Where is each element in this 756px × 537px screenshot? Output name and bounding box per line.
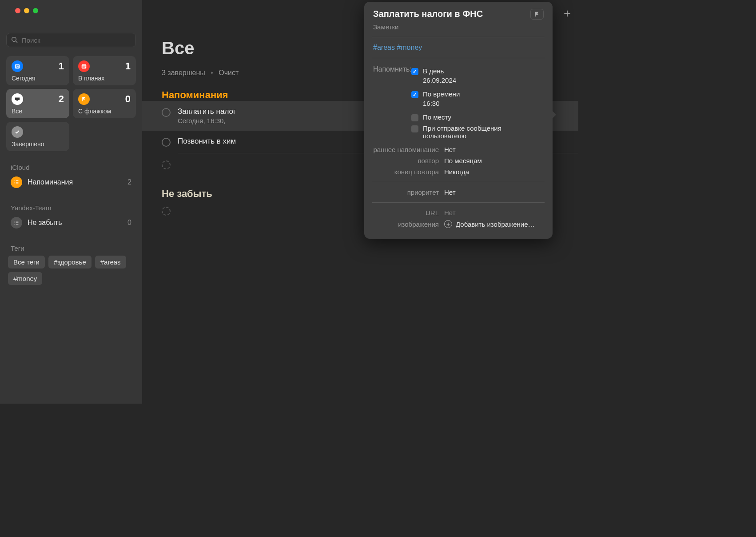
priority-value[interactable]: Нет (444, 188, 456, 196)
list-name: Не забыть (28, 219, 127, 227)
divider (372, 37, 545, 37)
flagged-count: 0 (125, 93, 131, 105)
url-field[interactable]: Нет (444, 209, 456, 216)
completed-count: 3 завершены (162, 69, 205, 76)
on-day-label[interactable]: В день (423, 67, 456, 75)
divider (372, 182, 545, 182)
tags-section-label: Теги (11, 244, 136, 252)
checkbox-on-location[interactable] (411, 114, 418, 121)
tag-health[interactable]: #здоровье (48, 256, 92, 268)
sidebar-list-ne-zabyt[interactable]: Не забыть 0 (6, 213, 136, 232)
svg-rect-14 (16, 221, 18, 221)
remind-label: Напомнить: (373, 64, 411, 142)
checkbox-on-day[interactable] (411, 68, 418, 75)
maximize-button[interactable] (33, 8, 38, 13)
tag-areas[interactable]: #areas (95, 256, 126, 268)
sidebar: 261 Сегодня 1 В планах 2 Все 0 С флажком… (0, 0, 142, 404)
reminder-details-popover: Заплатить налоги в ФНС Заметки #areas #m… (364, 2, 553, 239)
list-name: Напоминания (28, 178, 127, 186)
list-count: 2 (127, 178, 131, 186)
svg-rect-12 (16, 184, 18, 184)
window-controls (6, 0, 136, 13)
checkbox[interactable] (162, 138, 171, 147)
checkbox-on-message[interactable] (411, 125, 418, 132)
priority-label: приоритет (373, 188, 444, 196)
checkmark-icon (12, 126, 23, 138)
svg-rect-16 (16, 222, 18, 223)
add-reminder-button[interactable]: ＋ (561, 5, 573, 21)
repeat-label: повтор (373, 157, 444, 164)
checkbox-placeholder[interactable] (162, 160, 171, 169)
repeat-end-label: конец повтора (373, 168, 444, 176)
add-image-button[interactable]: +Добавить изображение… (444, 220, 535, 228)
repeat-end-value[interactable]: Никогда (444, 168, 469, 176)
planned-count: 1 (125, 60, 131, 72)
smart-done[interactable]: Завершено (6, 122, 69, 151)
popover-tags[interactable]: #areas #money (373, 44, 544, 52)
smart-all[interactable]: 2 Все (6, 89, 69, 118)
checkbox-on-time[interactable] (411, 91, 418, 98)
smart-today[interactable]: 261 Сегодня (6, 56, 69, 85)
divider (372, 202, 545, 203)
planned-label: В планах (78, 75, 131, 82)
list-icon (11, 217, 22, 228)
list-count: 0 (127, 219, 131, 227)
svg-point-17 (15, 224, 16, 225)
repeat-value[interactable]: По месяцам (444, 157, 482, 164)
reminder-title[interactable]: Заплатить налог (178, 107, 236, 116)
svg-point-13 (15, 221, 16, 222)
svg-rect-18 (16, 224, 18, 224)
svg-rect-8 (16, 180, 18, 181)
smart-planned[interactable]: 1 В планах (73, 56, 136, 85)
today-count: 1 (59, 60, 64, 72)
search-icon (11, 36, 18, 44)
on-location-label[interactable]: По месту (423, 113, 451, 121)
done-label: Завершено (12, 140, 64, 148)
popover-title[interactable]: Заплатить налоги в ФНС (373, 9, 525, 19)
today-label: Сегодня (12, 75, 64, 82)
all-count: 2 (59, 93, 64, 105)
svg-text:26: 26 (16, 65, 19, 68)
url-label: URL (373, 209, 444, 216)
minimize-button[interactable] (24, 8, 29, 13)
flagged-label: С флажком (78, 108, 131, 115)
checkbox[interactable] (162, 108, 171, 117)
calendar-icon (78, 60, 90, 72)
popover-arrow (552, 110, 556, 119)
early-reminder-label: раннее напоминание (373, 146, 444, 153)
on-message-label[interactable]: При отправке сообщения пользователю (423, 124, 544, 140)
main-content: ＋ i Все 3 завершены • Очист Напоминания … (142, 0, 578, 404)
tag-all[interactable]: Все теги (8, 256, 45, 268)
checkbox-placeholder[interactable] (162, 207, 171, 216)
sidebar-list-reminders[interactable]: Напоминания 2 (6, 173, 136, 192)
early-reminder-value[interactable]: Нет (444, 146, 456, 153)
images-label: изображения (373, 220, 444, 228)
notes-field[interactable]: Заметки (373, 23, 544, 31)
calendar-icon: 26 (12, 60, 23, 72)
svg-point-9 (15, 182, 16, 183)
svg-rect-10 (16, 182, 18, 182)
on-time-label[interactable]: По времени (423, 90, 460, 98)
on-time-value[interactable]: 16:30 (423, 100, 460, 107)
tag-money[interactable]: #money (8, 272, 42, 285)
all-label: Все (12, 108, 64, 115)
close-button[interactable] (15, 8, 20, 13)
tags-container: Все теги #здоровье #areas #money (6, 256, 136, 285)
reminder-title[interactable]: Позвонить в хим (178, 137, 236, 146)
flag-icon (78, 93, 90, 105)
smart-lists: 261 Сегодня 1 В планах 2 Все 0 С флажком… (6, 56, 136, 151)
search-field[interactable] (6, 33, 136, 47)
flag-button[interactable] (530, 9, 544, 20)
account-icloud-label: iCloud (11, 164, 136, 171)
search-input[interactable] (22, 36, 131, 44)
svg-point-11 (15, 184, 16, 184)
smart-flagged[interactable]: 0 С флажком (73, 89, 136, 118)
plus-icon: + (444, 220, 452, 228)
inbox-icon (12, 93, 23, 105)
account-yandex-label: Yandex-Team (11, 204, 136, 212)
divider (372, 58, 545, 58)
on-day-date[interactable]: 26.09.2024 (423, 76, 456, 84)
svg-point-7 (15, 180, 16, 181)
svg-point-15 (15, 222, 16, 223)
clear-button[interactable]: Очист (219, 69, 239, 76)
